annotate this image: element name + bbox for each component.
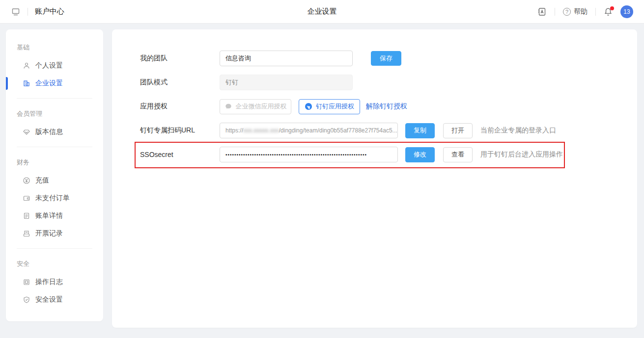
bill-icon xyxy=(23,212,30,220)
shield-check-icon xyxy=(23,296,30,304)
open-button[interactable]: 打开 xyxy=(443,123,473,138)
header-divider xyxy=(555,8,555,16)
sidebar-item-label: 安全设置 xyxy=(35,295,63,304)
sidebar-item-recharge[interactable]: 充值 xyxy=(6,172,103,189)
my-team-label: 我的团队 xyxy=(140,54,220,63)
sidebar-item-label: 企业设置 xyxy=(35,79,63,88)
team-mode-label: 团队模式 xyxy=(140,78,220,87)
sidebar-item-label: 开票记录 xyxy=(35,229,63,238)
row-qr-url: 钉钉专属扫码URL https://xxx.xxxxx.xxx/dingding… xyxy=(140,123,637,138)
dingtalk-auth-button[interactable]: 钉钉应用授权 xyxy=(299,99,360,114)
sidebar-section-finance: 财务 xyxy=(6,153,103,172)
my-team-input[interactable] xyxy=(220,51,353,66)
invoice-icon xyxy=(23,230,30,237)
avatar[interactable]: 13 xyxy=(620,5,633,18)
notification-dot xyxy=(610,6,614,10)
monitor-icon[interactable] xyxy=(11,7,21,17)
header-divider xyxy=(595,8,596,16)
header-divider xyxy=(28,8,28,16)
sso-secret-hint: 用于钉钉后台进入应用操作 xyxy=(480,150,563,159)
dingtalk-icon xyxy=(305,103,312,110)
user-icon xyxy=(23,62,30,70)
modify-button[interactable]: 修改 xyxy=(405,147,435,162)
unbind-dingtalk-link[interactable]: 解除钉钉授权 xyxy=(366,102,407,111)
copy-button[interactable]: 复制 xyxy=(405,123,435,138)
sidebar-item-version-info[interactable]: 版本信息 xyxy=(6,123,103,141)
top-header: 账户中心 企业设置 ? 帮助 13 xyxy=(0,0,644,24)
sidebar-item-bill-details[interactable]: 账单详情 xyxy=(6,207,103,225)
sso-secret-label: SSOsecret xyxy=(140,151,220,158)
app-auth-label: 应用授权 xyxy=(140,102,220,111)
sidebar-divider xyxy=(17,248,92,249)
sidebar-item-enterprise-settings[interactable]: 企业设置 xyxy=(6,75,103,92)
page-title: 企业设置 xyxy=(308,7,337,16)
sidebar-section-membership: 会员管理 xyxy=(6,104,103,123)
help-label: 帮助 xyxy=(574,7,588,16)
notification-bell-icon[interactable] xyxy=(604,7,613,16)
row-app-auth: 应用授权 企业微信应用授权 xyxy=(140,99,637,114)
app-title: 账户中心 xyxy=(35,7,64,16)
url-redacted: xxx.xxxxx.xxx xyxy=(243,127,279,134)
sidebar-item-label: 个人设置 xyxy=(35,61,63,70)
dingtalk-auth-label: 钉钉应用授权 xyxy=(316,102,354,111)
url-suffix: /dingding/team/ding0b55af7788e27f754ac5.… xyxy=(279,127,397,134)
sidebar-item-invoice-records[interactable]: 开票记录 xyxy=(6,225,103,242)
row-sso-secret: SSOsecret ••••••••••••••••••••••••••••••… xyxy=(140,147,637,162)
sidebar-section-security: 安全 xyxy=(6,255,103,273)
question-circle-icon: ? xyxy=(563,8,571,16)
sidebar-item-label: 操作日志 xyxy=(35,278,63,286)
yuan-circle-icon xyxy=(23,177,30,184)
wechat-auth-label: 企业微信应用授权 xyxy=(236,102,287,111)
sidebar-item-unpaid-orders[interactable]: 未支付订单 xyxy=(6,189,103,207)
sso-secret-input[interactable]: ••••••••••••••••••••••••••••••••••••••••… xyxy=(220,147,398,162)
main-panel: 我的团队 保存 团队模式 应用授权 企业微信应用授权 xyxy=(112,29,637,328)
url-prefix: https:// xyxy=(225,127,243,134)
wechat-auth-button[interactable]: 企业微信应用授权 xyxy=(220,99,291,114)
sidebar-item-operation-logs[interactable]: 操作日志 xyxy=(6,273,103,291)
sidebar-item-label: 未支付订单 xyxy=(35,194,70,203)
help-button[interactable]: ? 帮助 xyxy=(563,7,588,16)
enterprise-settings-form: 我的团队 保存 团队模式 应用授权 企业微信应用授权 xyxy=(112,29,637,162)
qr-url-hint: 当前企业专属的登录入口 xyxy=(480,126,556,135)
building-icon xyxy=(23,79,30,87)
wechat-icon xyxy=(224,103,232,110)
row-team-mode: 团队模式 xyxy=(140,75,637,90)
diamond-icon xyxy=(23,128,30,136)
sidebar-item-label: 充值 xyxy=(35,176,49,185)
sidebar-item-personal-settings[interactable]: 个人设置 xyxy=(6,57,103,75)
sidebar-item-label: 账单详情 xyxy=(35,211,63,220)
row-my-team: 我的团队 保存 xyxy=(140,51,637,66)
log-icon xyxy=(23,278,30,286)
save-button[interactable]: 保存 xyxy=(371,51,401,66)
address-book-icon[interactable] xyxy=(537,7,547,17)
team-mode-input xyxy=(220,75,353,90)
sidebar-section-basic: 基础 xyxy=(6,38,103,57)
sidebar: 基础 个人设置 企业设置 会员管理 xyxy=(6,29,103,321)
sidebar-divider xyxy=(17,98,92,99)
qr-url-label: 钉钉专属扫码URL xyxy=(140,126,220,135)
sso-masked-value: ••••••••••••••••••••••••••••••••••••••••… xyxy=(225,152,367,157)
sidebar-item-label: 版本信息 xyxy=(35,128,63,136)
view-button[interactable]: 查看 xyxy=(443,147,473,162)
wallet-icon xyxy=(23,194,30,202)
sidebar-item-security-settings[interactable]: 安全设置 xyxy=(6,291,103,309)
sidebar-divider xyxy=(17,147,92,147)
qr-url-input[interactable]: https://xxx.xxxxx.xxx/dingding/team/ding… xyxy=(220,123,398,138)
